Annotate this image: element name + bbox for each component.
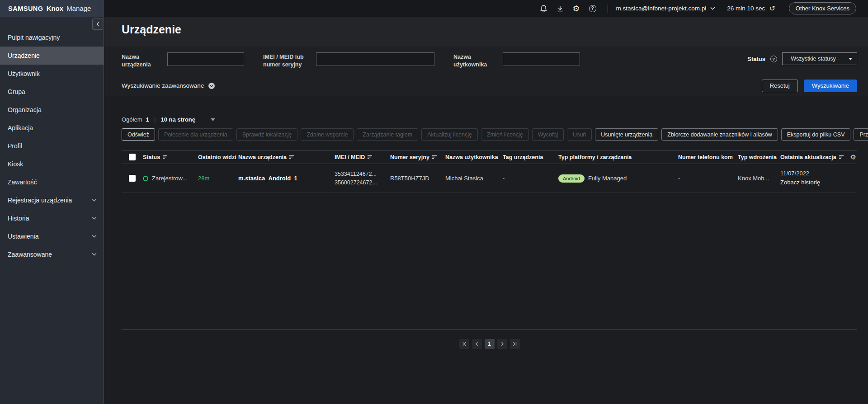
android-badge: Android	[558, 174, 585, 183]
chevron-down-icon	[710, 7, 715, 10]
column-serial[interactable]: Numer seryjny	[390, 154, 445, 160]
pagination: 1	[122, 339, 857, 349]
cell-imei: 353341124672... 356002724672...	[335, 170, 390, 187]
search-button[interactable]: Wyszukiwanie	[804, 80, 857, 92]
sidebar-item-aplikacja[interactable]: Aplikacja	[0, 119, 104, 137]
column-updated[interactable]: Ostatnia aktualizacja	[780, 154, 849, 160]
chevron-down-icon	[92, 216, 97, 220]
sidebar-item-label: Rejestracja urządzenia	[8, 197, 72, 204]
sidebar-item-organizacja[interactable]: Organizacja	[0, 101, 104, 119]
session-reset-icon[interactable]: ↺	[769, 5, 775, 12]
column-settings-gear-icon[interactable]: ⚙	[850, 154, 856, 160]
column-user: Nazwa użytkownika	[445, 154, 503, 160]
reset-button[interactable]: Resetuj	[762, 80, 798, 92]
status-registered-icon	[143, 176, 148, 181]
sidebar-nav: Pulpit nawigacyjny Urządzenie Użytkownik…	[0, 17, 104, 263]
deleted-devices-button[interactable]: Usunięte urządzenia	[595, 128, 658, 141]
device-name-input[interactable]	[167, 52, 244, 66]
check-location-button[interactable]: Sprawdź lokalizację	[236, 128, 298, 141]
sidebar-item-pulpit-nawigacyjny[interactable]: Pulpit nawigacyjny	[0, 28, 104, 47]
sidebar-item-label: Zawartość	[8, 179, 37, 186]
status-help-icon[interactable]: ?	[770, 56, 777, 62]
row-checkbox[interactable]	[129, 175, 136, 182]
sidebar-item-uzytkownik[interactable]: Użytkownik	[0, 65, 104, 83]
status-label: Status	[747, 56, 765, 62]
sidebar-item-kiosk[interactable]: Kiosk	[0, 155, 104, 173]
sort-icon	[163, 155, 168, 159]
cell-deployment: Knox Mob...	[738, 175, 780, 182]
manage-logo: Manage	[66, 5, 91, 12]
sidebar-item-label: Profil	[8, 142, 22, 150]
download-icon[interactable]	[555, 4, 565, 14]
table-row[interactable]: Zarejestrow... 28m m.stasica_Android_1 3…	[122, 164, 857, 193]
delete-button[interactable]: Usuń	[567, 128, 592, 141]
sidebar-item-ustawienia[interactable]: Ustawienia	[0, 227, 104, 245]
settings-gear-icon[interactable]: ⚙	[571, 4, 581, 14]
column-phone: Numer telefonu kom	[678, 154, 738, 160]
filter-device-name: Nazwa urządzenia	[122, 52, 244, 69]
filter-user-name: Nazwa użytkownika	[453, 52, 580, 69]
account-menu[interactable]: m.stasica@infonet-projekt.com.pl	[616, 5, 716, 12]
tag-management-button[interactable]: Zarządzanie tagiem	[357, 128, 418, 141]
management-type: Fully Managed	[588, 175, 627, 182]
list-summary: Ogółem 1 | 10 na stronę	[122, 116, 857, 123]
column-status[interactable]: Status	[143, 154, 198, 160]
top-bar: SAMSUNG Knox Manage ⚙ ? m.stasica@infone…	[0, 0, 868, 17]
prev-page-button[interactable]	[472, 339, 482, 349]
sidebar-item-zaawansowane[interactable]: Zaawansowane	[0, 245, 104, 263]
total-label: Ogółem	[122, 116, 142, 123]
restore-button[interactable]: Przyw	[854, 128, 868, 141]
updated-date: 11/07/2022	[780, 170, 820, 178]
last-page-button[interactable]	[510, 339, 520, 349]
sidebar-item-profil[interactable]: Profil	[0, 137, 104, 155]
sort-icon	[368, 155, 373, 159]
current-page-button[interactable]: 1	[485, 339, 495, 349]
help-icon[interactable]: ?	[588, 4, 598, 14]
imei-input[interactable]	[316, 52, 434, 66]
unenroll-button[interactable]: Wycofaj	[532, 128, 564, 141]
user-name-input[interactable]	[503, 52, 580, 66]
sidebar-item-label: Ustawienia	[8, 233, 38, 240]
device-list-section: Ogółem 1 | 10 na stronę Odśwież Poleceni…	[104, 96, 868, 349]
advanced-search-label: Wyszukiwanie zaawansowane	[122, 82, 204, 89]
sidebar-item-label: Użytkownik	[8, 70, 40, 77]
device-name-label: Nazwa urządzenia	[122, 52, 161, 69]
first-page-button[interactable]	[459, 339, 469, 349]
column-tag: Tag urządzenia	[503, 154, 558, 160]
sidebar-item-urzadzenie[interactable]: Urządzenie	[0, 47, 104, 65]
column-device-name[interactable]: Nazwa urządzenia	[238, 154, 335, 160]
view-history-link[interactable]: Zobacz historię	[780, 179, 820, 187]
sidebar-item-zawartosc[interactable]: Zawartość	[0, 173, 104, 191]
select-all-checkbox[interactable]	[129, 154, 136, 160]
other-knox-services-button[interactable]: Other Knox Services	[789, 2, 856, 14]
next-page-button[interactable]	[497, 339, 507, 349]
advanced-search-toggle[interactable]: Wyszukiwanie zaawansowane	[122, 82, 215, 89]
notifications-bell-icon[interactable]	[539, 4, 549, 14]
export-csv-button[interactable]: Eksportuj do pliku CSV	[781, 128, 851, 141]
status-select[interactable]: --Wszystkie statusy--	[782, 52, 857, 65]
page-header: Urządzenie	[104, 17, 868, 47]
change-license-button[interactable]: Zmień licencję	[481, 128, 529, 141]
sidebar-item-grupa[interactable]: Grupa	[0, 83, 104, 101]
user-name-label: Nazwa użytkownika	[453, 52, 497, 69]
expand-circle-icon	[208, 82, 215, 89]
sidebar-item-rejestracja-urzadzenia[interactable]: Rejestracja urządzenia	[0, 191, 104, 209]
refresh-button[interactable]: Odśwież	[122, 128, 155, 141]
page-size-caret-icon[interactable]	[211, 118, 215, 121]
update-license-button[interactable]: Aktualizuj licencję	[421, 128, 478, 141]
sort-icon	[839, 155, 844, 159]
page-size-select[interactable]: 10 na stronę	[160, 116, 195, 123]
chevron-down-icon	[92, 235, 97, 238]
sidebar-collapse-button[interactable]	[92, 19, 103, 30]
remote-support-button[interactable]: Zdalne wsparcie	[301, 128, 354, 141]
sidebar-item-label: Aplikacja	[8, 124, 33, 132]
total-count: 1	[146, 116, 150, 123]
device-command-button[interactable]: Polecenie dla urządzenia	[158, 128, 233, 141]
sidebar-item-historia[interactable]: Historia	[0, 209, 104, 227]
cell-last-seen: 28m	[198, 175, 238, 182]
table-header: Status Ostatnio widzi Nazwa urządzenia I…	[122, 150, 857, 164]
cell-device-name[interactable]: m.stasica_Android_1	[238, 175, 335, 182]
column-imei[interactable]: IMEI / MEID	[335, 154, 390, 160]
bulk-tags-aliases-button[interactable]: Zbiorcze dodawanie znaczników i aliasów	[661, 128, 778, 141]
sidebar-item-label: Organizacja	[8, 106, 42, 113]
